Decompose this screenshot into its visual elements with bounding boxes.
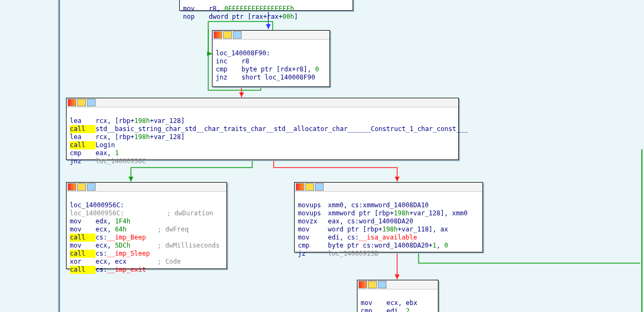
edit-icon[interactable] bbox=[223, 31, 232, 39]
bb-titlebar bbox=[295, 183, 482, 192]
edit-icon[interactable] bbox=[305, 183, 314, 191]
edit-icon[interactable] bbox=[368, 281, 377, 288]
record-icon[interactable] bbox=[87, 99, 96, 106]
offscreen-edge bbox=[641, 149, 642, 312]
graph-color-icon[interactable] bbox=[68, 99, 76, 106]
edit-icon[interactable] bbox=[77, 183, 86, 191]
bb-construct[interactable]: learcx, [rbp+198h+var_128] callstd__basi… bbox=[66, 98, 459, 160]
code-block: learcx, [rbp+198h+var_128] callstd__basi… bbox=[67, 107, 458, 168]
bb-titlebar bbox=[67, 183, 226, 192]
bb-right[interactable]: movupsxmm0, cs:xmmword_14008DA10 movupsx… bbox=[294, 182, 483, 252]
bb-loop[interactable]: loc_140008F90: incr8 cmpbyte ptr [rdx+r8… bbox=[212, 30, 330, 87]
graph-color-icon[interactable] bbox=[214, 31, 222, 39]
bb-top[interactable]: movr8, 0FFFFFFFFFFFFFFFFh nopdword ptr [… bbox=[179, 0, 353, 11]
code-block: movupsxmm0, cs:xmmword_14008DA10 movupsx… bbox=[295, 192, 482, 260]
record-icon[interactable] bbox=[378, 281, 386, 288]
bb-titlebar bbox=[213, 31, 330, 40]
bb-titlebar bbox=[67, 98, 458, 107]
code-block: loc_14000956C: loc_14000956C: ; dwDurati… bbox=[67, 192, 226, 277]
code-block: movecx, ebx cmpedi, 2 bbox=[357, 289, 438, 312]
graph-color-icon[interactable] bbox=[296, 183, 304, 191]
code-block: movr8, 0FFFFFFFFFFFFFFFFh nopdword ptr [… bbox=[180, 0, 353, 24]
record-icon[interactable] bbox=[233, 31, 241, 39]
bb-left[interactable]: loc_14000956C: loc_14000956C: ; dwDurati… bbox=[66, 182, 227, 269]
edit-icon[interactable] bbox=[77, 99, 86, 106]
bb-titlebar bbox=[357, 280, 438, 289]
graph-color-icon[interactable] bbox=[68, 183, 76, 191]
record-icon[interactable] bbox=[315, 183, 324, 191]
record-icon[interactable] bbox=[87, 183, 96, 191]
code-block: loc_140008F90: incr8 cmpbyte ptr [rdx+r8… bbox=[213, 40, 330, 84]
bb-bottom[interactable]: movecx, ebx cmpedi, 2 bbox=[357, 280, 438, 312]
graph-color-icon[interactable] bbox=[358, 281, 367, 288]
